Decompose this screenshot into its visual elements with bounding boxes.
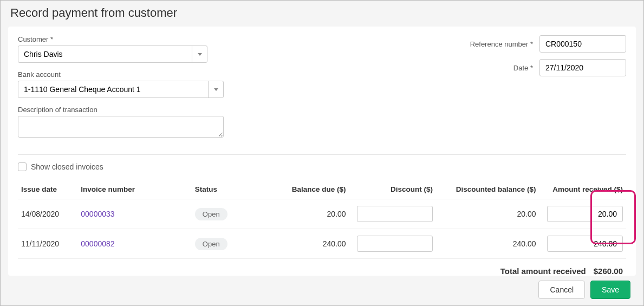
- total-value: $260.00: [594, 266, 623, 276]
- date-input-wrap[interactable]: [539, 59, 626, 76]
- cell-discounted-balance: 240.00: [436, 229, 539, 259]
- table-row: 11/11/202000000082Open240.00240.00: [18, 229, 626, 259]
- status-badge: Open: [195, 238, 227, 250]
- chevron-down-icon: [214, 88, 218, 91]
- main-panel: Customer * Bank account: [8, 27, 636, 276]
- description-textarea[interactable]: [18, 116, 224, 138]
- cell-discount: [349, 199, 436, 229]
- invoice-link[interactable]: 00000082: [81, 239, 114, 248]
- table-header-row: Issue date Invoice number Status Balance…: [18, 181, 626, 199]
- cell-balance-due: 20.00: [268, 199, 349, 229]
- status-badge: Open: [195, 208, 227, 220]
- invoices-table: Issue date Invoice number Status Balance…: [18, 181, 626, 259]
- date-input[interactable]: [540, 63, 644, 72]
- cell-issue-date: 14/08/2020: [18, 199, 77, 229]
- reference-row: Reference number *: [431, 35, 626, 53]
- bank-account-input[interactable]: [18, 81, 208, 97]
- show-closed-label: Show closed invoices: [31, 162, 103, 171]
- cell-issue-date: 11/11/2020: [18, 229, 77, 259]
- col-issue-date: Issue date: [18, 181, 77, 199]
- show-closed-row: Show closed invoices: [18, 162, 626, 171]
- cell-invoice-number: 00000082: [77, 229, 192, 259]
- col-amount-received: Amount received ($): [539, 181, 626, 199]
- bank-account-field: Bank account: [18, 70, 240, 98]
- discount-input[interactable]: [357, 206, 433, 222]
- save-button[interactable]: Save: [590, 281, 630, 299]
- description-label: Description of transaction: [18, 106, 240, 114]
- amount-received-input[interactable]: [547, 236, 623, 252]
- customer-label: Customer *: [18, 35, 240, 43]
- cell-status: Open: [192, 199, 268, 229]
- right-column: Reference number * Date *: [431, 35, 626, 147]
- amount-received-input[interactable]: [547, 206, 623, 222]
- discount-input[interactable]: [357, 236, 433, 252]
- show-closed-checkbox[interactable]: [18, 162, 27, 171]
- description-field: Description of transaction: [18, 106, 240, 139]
- bank-account-combo[interactable]: [18, 81, 224, 98]
- cell-invoice-number: 00000033: [77, 199, 192, 229]
- form-top: Customer * Bank account: [18, 35, 626, 147]
- col-discounted-balance: Discounted balance ($): [436, 181, 539, 199]
- cell-amount-received: [539, 199, 626, 229]
- dialog-window: Record payment from customer Customer * …: [0, 0, 644, 306]
- date-row: Date *: [431, 59, 626, 76]
- table-row: 14/08/202000000033Open20.0020.00: [18, 199, 626, 229]
- total-row: Total amount received $260.00: [18, 259, 626, 276]
- chevron-down-icon: [198, 53, 202, 56]
- col-discount: Discount ($): [349, 181, 436, 199]
- customer-input[interactable]: [18, 46, 192, 62]
- customer-combo[interactable]: [18, 45, 207, 63]
- cell-status: Open: [192, 229, 268, 259]
- customer-dropdown-button[interactable]: [192, 46, 207, 62]
- date-label: Date *: [513, 64, 533, 72]
- total-label: Total amount received: [500, 266, 586, 276]
- left-column: Customer * Bank account: [18, 35, 240, 147]
- col-status: Status: [192, 181, 268, 199]
- cancel-button[interactable]: Cancel: [538, 281, 585, 299]
- cell-discount: [349, 229, 436, 259]
- footer-buttons: Cancel Save: [538, 281, 630, 299]
- divider: [18, 154, 626, 155]
- bank-account-dropdown-button[interactable]: [208, 81, 223, 97]
- bank-account-label: Bank account: [18, 70, 240, 79]
- reference-input[interactable]: [539, 35, 626, 53]
- col-invoice-number: Invoice number: [77, 181, 192, 199]
- customer-field: Customer *: [18, 35, 240, 63]
- cell-amount-received: [539, 229, 626, 259]
- cell-balance-due: 240.00: [268, 229, 349, 259]
- page-title: Record payment from customer: [1, 1, 643, 27]
- col-balance-due: Balance due ($): [268, 181, 349, 199]
- reference-label: Reference number *: [470, 40, 533, 48]
- invoice-link[interactable]: 00000033: [81, 210, 114, 218]
- cell-discounted-balance: 20.00: [436, 199, 539, 229]
